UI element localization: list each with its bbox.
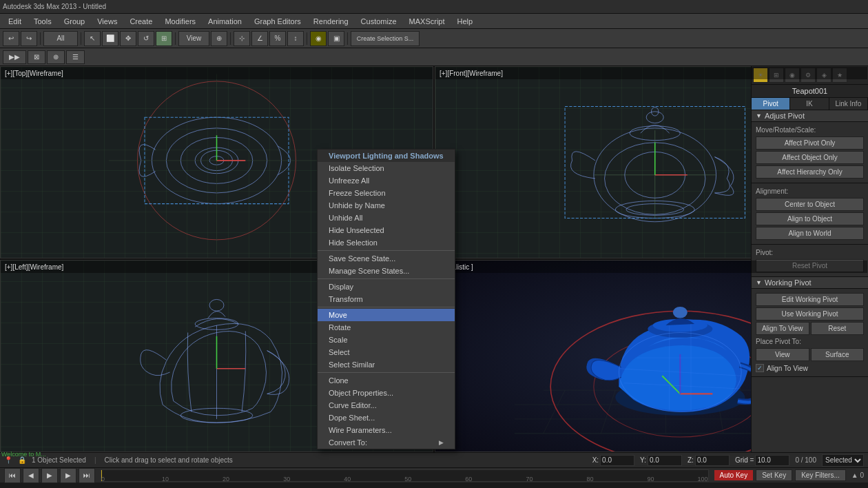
ctx-curve-editor[interactable]: Curve Editor... [318,399,455,411]
reset-btn[interactable]: Reset [811,322,865,335]
percent-snap[interactable]: % [269,31,286,46]
align-to-object-btn[interactable]: Align to Object [756,212,864,225]
affect-pivot-only-btn[interactable]: Affect Pivot Only [756,136,864,150]
menu-animation[interactable]: Animation [203,16,247,27]
use-working-pivot-btn[interactable]: Use Working Pivot [756,307,864,321]
goto-end-btn[interactable]: ⏭ [79,468,95,483]
prev-frame-btn[interactable]: ◀ [23,468,39,483]
select-region[interactable]: ⬜ [102,31,118,46]
reset-pivot-btn[interactable]: Reset Pivot [756,259,864,272]
scene-states[interactable]: ☰ [66,50,85,64]
working-pivot-header[interactable]: ▼ Working Pivot [752,277,868,289]
menu-graph-editors[interactable]: Graph Editors [249,16,307,27]
menu-maxscript[interactable]: MAXScript [404,16,451,27]
scale-btn[interactable]: ⊞ [156,31,172,46]
named-sel[interactable]: Create Selection S... [351,31,420,46]
center-to-object-btn[interactable]: Center to Object [756,198,864,211]
angle-snap[interactable]: ∠ [251,31,268,46]
sun-icon-btn[interactable]: ☀ [753,68,768,83]
menu-tools[interactable]: Tools [28,16,57,27]
panel-btn4[interactable]: ◈ [816,68,831,83]
menu-views[interactable]: Views [92,16,123,27]
panel-btn1[interactable]: ⊞ [769,68,784,83]
selected-select[interactable]: Selected [822,454,864,467]
spinner-snap[interactable]: ↕ [287,31,304,46]
render-btn[interactable]: ◉ [310,31,327,46]
menu-modifiers[interactable]: Modifiers [159,16,201,27]
ctx-unhide-all[interactable]: Unhide All [318,212,455,224]
ctx-unhide-name[interactable]: Unhide by Name [318,199,455,212]
tab-link-info[interactable]: Link Info [829,98,868,110]
tab-ik[interactable]: IK [790,98,829,110]
working-pivot-section: Edit Working Pivot Use Working Pivot Ali… [752,289,868,377]
anim-controls[interactable]: ▶▶ [3,50,26,64]
select-filter[interactable]: All [43,31,78,46]
next-frame-btn[interactable]: ▶ [60,468,76,483]
time-config[interactable]: ⊠ [28,50,45,64]
ctx-clone[interactable]: Clone [318,374,455,387]
ctx-dope-sheet[interactable]: Dope Sheet... [318,411,455,424]
affect-hierarchy-only-btn[interactable]: Affect Hierarchy Only [756,165,864,179]
undo-btn[interactable]: ↩ [3,31,19,46]
ctx-hide-selection[interactable]: Hide Selection [318,236,455,249]
pivot-point[interactable]: ⊕ [211,31,227,46]
ctx-manage-scene[interactable]: Manage Scene States... [318,265,455,277]
tab-pivot[interactable]: Pivot [752,98,790,110]
ctx-object-props[interactable]: Object Properties... [318,387,455,399]
pivot-section: Pivot: Reset Pivot [752,245,868,277]
tick-60: 60 [465,476,472,482]
menu-help[interactable]: Help [452,16,479,27]
ctx-select-similar[interactable]: Select Similar [318,358,455,371]
align-to-view-checkbox-row: Align To View [756,363,864,374]
ctx-convert-to[interactable]: Convert To: ▶ [318,436,455,449]
coord-x: X: [592,455,634,466]
menu-customize[interactable]: Customize [355,16,402,27]
edit-working-pivot-btn[interactable]: Edit Working Pivot [756,293,864,306]
menu-create[interactable]: Create [124,16,158,27]
align-to-view-btn[interactable]: Align To View [756,322,809,335]
ctx-scale[interactable]: Scale [318,334,455,346]
panel-btn2[interactable]: ◉ [785,68,800,83]
align-to-view-checkbox[interactable] [756,364,764,372]
x-input[interactable] [600,455,634,466]
ctx-display[interactable]: Display [318,281,455,293]
timeline[interactable]: 0 10 20 30 40 50 60 70 80 90 100 [101,469,709,482]
redo-btn[interactable]: ↪ [21,31,37,46]
grid-input[interactable] [755,455,789,466]
ctx-hide-unselected[interactable]: Hide Unselected [318,224,455,236]
ctx-isolate-selection[interactable]: Isolate Selection [318,162,455,174]
rotate-btn[interactable]: ↺ [138,31,154,46]
y-input[interactable] [648,455,682,466]
ctx-freeze-selection[interactable]: Freeze Selection [318,187,455,199]
play-btn[interactable]: ▶ [41,468,58,483]
view-btn[interactable]: View [756,348,809,361]
snaps-btn[interactable]: ⊹ [234,31,250,46]
ctx-move[interactable]: Move [318,309,455,321]
ctx-transform[interactable]: Transform [318,293,455,305]
ctx-save-scene[interactable]: Save Scene State... [318,252,455,265]
panel-btn5[interactable]: ★ [832,68,847,83]
set-key-btn[interactable]: Set Key [756,469,792,481]
menu-group[interactable]: Group [59,16,91,27]
affect-object-only-btn[interactable]: Affect Object Only [756,151,864,164]
menu-rendering[interactable]: Rendering [308,16,354,27]
ctx-unfreeze-all[interactable]: Unfreeze All [318,174,455,187]
ctx-rotate[interactable]: Rotate [318,321,455,334]
panel-btn3[interactable]: ⚙ [800,68,816,83]
auto-key-btn[interactable]: Auto Key [714,470,754,480]
menu-edit[interactable]: Edit [3,16,27,27]
align-to-world-btn[interactable]: Align to World [756,227,864,240]
move-btn[interactable]: ✥ [120,31,136,46]
render-frame[interactable]: ▣ [328,31,344,46]
select-btn[interactable]: ↖ [84,31,101,46]
surface-btn[interactable]: Surface [811,348,865,361]
svg-line-34 [544,390,565,434]
layer-mgr[interactable]: ⊕ [47,50,65,64]
goto-start-btn[interactable]: ⏮ [4,468,21,483]
z-input[interactable] [695,455,730,466]
ctx-wire-params[interactable]: Wire Parameters... [318,424,455,436]
adjust-pivot-header[interactable]: ▼ Adjust Pivot [752,110,868,122]
ref-coord[interactable]: View [178,31,209,46]
key-filters-btn[interactable]: Key Filters... [795,469,846,481]
ctx-select[interactable]: Select [318,346,455,358]
